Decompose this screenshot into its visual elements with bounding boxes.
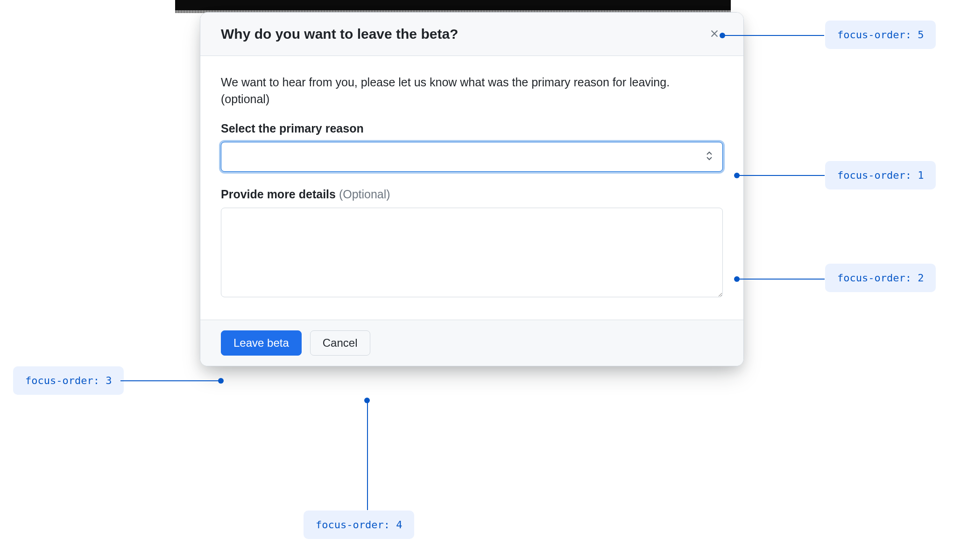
annotation-dot (734, 276, 740, 282)
page-top-bar (175, 0, 731, 10)
annotation-dot (364, 398, 370, 403)
dialog-footer: Leave beta Cancel (200, 320, 743, 366)
details-optional-text: (Optional) (339, 188, 390, 201)
leave-beta-dialog: Why do you want to leave the beta? We wa… (200, 12, 744, 366)
annotation-dot (218, 378, 224, 384)
annotation-leader (367, 400, 368, 510)
details-label: Provide more details (Optional) (221, 188, 723, 201)
dialog-intro-text: We want to hear from you, please let us … (221, 74, 697, 108)
annotation-focus-order-5: focus-order: 5 (825, 21, 936, 49)
details-label-text: Provide more details (221, 188, 336, 201)
annotation-leader (737, 175, 825, 176)
details-textarea[interactable] (221, 208, 723, 297)
annotation-leader (722, 35, 824, 36)
dialog-body: We want to hear from you, please let us … (200, 56, 743, 320)
primary-reason-select[interactable] (221, 142, 723, 172)
cancel-button[interactable]: Cancel (310, 330, 370, 356)
annotation-focus-order-2: focus-order: 2 (825, 264, 936, 292)
annotation-leader (120, 380, 221, 381)
annotation-leader (737, 279, 825, 280)
select-label: Select the primary reason (221, 122, 723, 135)
dialog-header: Why do you want to leave the beta? (200, 13, 743, 56)
annotation-focus-order-4: focus-order: 4 (304, 511, 414, 539)
primary-reason-select-wrap (221, 142, 723, 172)
annotation-focus-order-1: focus-order: 1 (825, 161, 936, 189)
dialog-title: Why do you want to leave the beta? (221, 26, 458, 42)
annotation-focus-order-3: focus-order: 3 (13, 366, 124, 395)
leave-beta-button[interactable]: Leave beta (221, 330, 302, 356)
annotation-dot (734, 173, 740, 178)
annotation-dot (720, 33, 725, 38)
close-icon (709, 28, 720, 40)
